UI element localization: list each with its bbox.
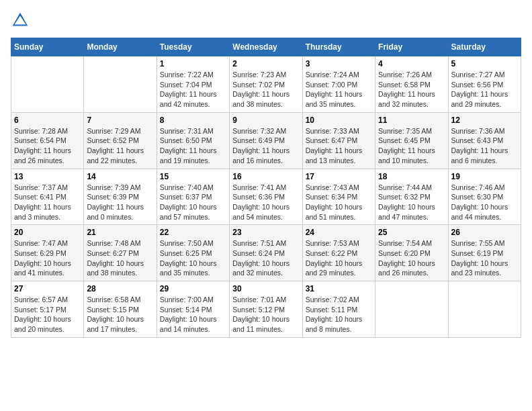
day-info: Sunrise: 7:32 AMSunset: 6:49 PMDaylight:… xyxy=(232,126,299,166)
day-number: 20 xyxy=(14,228,81,237)
weekday-header: Tuesday xyxy=(157,38,229,56)
day-number: 7 xyxy=(87,116,153,125)
day-number: 14 xyxy=(87,172,153,181)
calendar-cell: 29Sunrise: 7:00 AMSunset: 5:14 PMDayligh… xyxy=(157,281,229,338)
calendar-week-row: 27Sunrise: 6:57 AMSunset: 5:17 PMDayligh… xyxy=(11,281,521,338)
day-number: 23 xyxy=(232,228,299,237)
day-number: 2 xyxy=(232,59,299,68)
weekday-header: Monday xyxy=(84,38,157,56)
day-number: 16 xyxy=(232,172,299,181)
day-info: Sunrise: 6:57 AMSunset: 5:17 PMDaylight:… xyxy=(14,295,81,334)
calendar-cell: 27Sunrise: 6:57 AMSunset: 5:17 PMDayligh… xyxy=(11,281,84,338)
calendar-cell: 2Sunrise: 7:23 AMSunset: 7:02 PMDaylight… xyxy=(230,56,302,113)
day-info: Sunrise: 7:02 AMSunset: 5:11 PMDaylight:… xyxy=(306,295,372,334)
day-info: Sunrise: 7:37 AMSunset: 6:41 PMDaylight:… xyxy=(14,183,81,222)
day-info: Sunrise: 7:27 AMSunset: 6:56 PMDaylight:… xyxy=(451,70,518,109)
calendar-cell: 22Sunrise: 7:50 AMSunset: 6:25 PMDayligh… xyxy=(157,225,229,281)
day-info: Sunrise: 7:46 AMSunset: 6:30 PMDaylight:… xyxy=(451,183,518,222)
calendar-cell: 13Sunrise: 7:37 AMSunset: 6:41 PMDayligh… xyxy=(11,169,84,225)
calendar-cell: 5Sunrise: 7:27 AMSunset: 6:56 PMDaylight… xyxy=(448,56,521,113)
day-number: 13 xyxy=(14,172,81,181)
calendar-cell: 24Sunrise: 7:53 AMSunset: 6:22 PMDayligh… xyxy=(302,225,375,281)
calendar-cell: 20Sunrise: 7:47 AMSunset: 6:29 PMDayligh… xyxy=(11,225,84,281)
day-number: 15 xyxy=(160,172,226,181)
calendar-cell xyxy=(375,281,448,338)
day-number: 11 xyxy=(378,116,445,125)
calendar-cell: 7Sunrise: 7:29 AMSunset: 6:52 PMDaylight… xyxy=(84,112,157,169)
day-number: 19 xyxy=(451,172,518,181)
day-number: 8 xyxy=(160,116,226,125)
calendar-cell: 28Sunrise: 6:58 AMSunset: 5:15 PMDayligh… xyxy=(84,281,157,338)
logo xyxy=(11,11,32,30)
day-number: 4 xyxy=(378,59,445,68)
day-number: 24 xyxy=(306,228,372,237)
day-number: 26 xyxy=(451,228,518,237)
day-number: 6 xyxy=(14,116,81,125)
calendar-cell: 23Sunrise: 7:51 AMSunset: 6:24 PMDayligh… xyxy=(230,225,302,281)
day-number: 9 xyxy=(232,116,299,125)
calendar-cell: 3Sunrise: 7:24 AMSunset: 7:00 PMDaylight… xyxy=(302,56,375,113)
calendar-cell: 18Sunrise: 7:44 AMSunset: 6:32 PMDayligh… xyxy=(375,169,448,225)
calendar-cell: 14Sunrise: 7:39 AMSunset: 6:39 PMDayligh… xyxy=(84,169,157,225)
calendar-cell xyxy=(84,56,157,113)
calendar-cell: 16Sunrise: 7:41 AMSunset: 6:36 PMDayligh… xyxy=(230,169,302,225)
day-info: Sunrise: 7:26 AMSunset: 6:58 PMDaylight:… xyxy=(378,70,445,109)
calendar-week-row: 6Sunrise: 7:28 AMSunset: 6:54 PMDaylight… xyxy=(11,112,521,169)
calendar-cell: 15Sunrise: 7:40 AMSunset: 6:37 PMDayligh… xyxy=(157,169,229,225)
day-number: 3 xyxy=(306,59,372,68)
day-number: 5 xyxy=(451,59,518,68)
day-info: Sunrise: 7:33 AMSunset: 6:47 PMDaylight:… xyxy=(306,126,372,166)
day-info: Sunrise: 7:47 AMSunset: 6:29 PMDaylight:… xyxy=(14,238,81,278)
calendar-cell: 9Sunrise: 7:32 AMSunset: 6:49 PMDaylight… xyxy=(230,112,302,169)
calendar-cell: 12Sunrise: 7:36 AMSunset: 6:43 PMDayligh… xyxy=(448,112,521,169)
calendar-cell: 26Sunrise: 7:55 AMSunset: 6:19 PMDayligh… xyxy=(448,225,521,281)
day-info: Sunrise: 7:51 AMSunset: 6:24 PMDaylight:… xyxy=(232,238,299,278)
day-number: 21 xyxy=(87,228,153,237)
calendar-cell: 1Sunrise: 7:22 AMSunset: 7:04 PMDaylight… xyxy=(157,56,229,113)
calendar-cell: 25Sunrise: 7:54 AMSunset: 6:20 PMDayligh… xyxy=(375,225,448,281)
day-info: Sunrise: 7:40 AMSunset: 6:37 PMDaylight:… xyxy=(160,183,226,222)
day-number: 1 xyxy=(160,59,226,68)
day-info: Sunrise: 7:50 AMSunset: 6:25 PMDaylight:… xyxy=(160,238,226,278)
weekday-header: Sunday xyxy=(11,38,84,56)
day-info: Sunrise: 7:35 AMSunset: 6:45 PMDaylight:… xyxy=(378,126,445,166)
weekday-header: Friday xyxy=(375,38,448,56)
day-number: 10 xyxy=(306,116,372,125)
day-info: Sunrise: 7:39 AMSunset: 6:39 PMDaylight:… xyxy=(87,183,153,222)
calendar-week-row: 1Sunrise: 7:22 AMSunset: 7:04 PMDaylight… xyxy=(11,56,521,113)
day-number: 27 xyxy=(14,284,81,293)
day-info: Sunrise: 7:28 AMSunset: 6:54 PMDaylight:… xyxy=(14,126,81,166)
weekday-header: Thursday xyxy=(302,38,375,56)
day-info: Sunrise: 7:55 AMSunset: 6:19 PMDaylight:… xyxy=(451,238,518,278)
day-info: Sunrise: 7:22 AMSunset: 7:04 PMDaylight:… xyxy=(160,70,226,109)
calendar-cell: 10Sunrise: 7:33 AMSunset: 6:47 PMDayligh… xyxy=(302,112,375,169)
day-number: 17 xyxy=(306,172,372,181)
day-info: Sunrise: 7:29 AMSunset: 6:52 PMDaylight:… xyxy=(87,126,153,166)
calendar-cell: 17Sunrise: 7:43 AMSunset: 6:34 PMDayligh… xyxy=(302,169,375,225)
page-header xyxy=(11,11,521,30)
day-info: Sunrise: 7:23 AMSunset: 7:02 PMDaylight:… xyxy=(232,70,299,109)
day-info: Sunrise: 7:54 AMSunset: 6:20 PMDaylight:… xyxy=(378,238,445,278)
day-number: 28 xyxy=(87,284,153,293)
day-info: Sunrise: 7:43 AMSunset: 6:34 PMDaylight:… xyxy=(306,183,372,222)
day-info: Sunrise: 7:48 AMSunset: 6:27 PMDaylight:… xyxy=(87,238,153,278)
weekday-header: Saturday xyxy=(448,38,521,56)
day-number: 31 xyxy=(306,284,372,293)
calendar-week-row: 13Sunrise: 7:37 AMSunset: 6:41 PMDayligh… xyxy=(11,169,521,225)
calendar-week-row: 20Sunrise: 7:47 AMSunset: 6:29 PMDayligh… xyxy=(11,225,521,281)
day-info: Sunrise: 7:44 AMSunset: 6:32 PMDaylight:… xyxy=(378,183,445,222)
day-info: Sunrise: 7:31 AMSunset: 6:50 PMDaylight:… xyxy=(160,126,226,166)
day-info: Sunrise: 7:00 AMSunset: 5:14 PMDaylight:… xyxy=(160,295,226,334)
calendar-cell: 4Sunrise: 7:26 AMSunset: 6:58 PMDaylight… xyxy=(375,56,448,113)
day-info: Sunrise: 6:58 AMSunset: 5:15 PMDaylight:… xyxy=(87,295,153,334)
calendar-cell: 21Sunrise: 7:48 AMSunset: 6:27 PMDayligh… xyxy=(84,225,157,281)
day-info: Sunrise: 7:01 AMSunset: 5:12 PMDaylight:… xyxy=(232,295,299,334)
calendar-cell xyxy=(448,281,521,338)
day-info: Sunrise: 7:53 AMSunset: 6:22 PMDaylight:… xyxy=(306,238,372,278)
day-number: 30 xyxy=(232,284,299,293)
calendar-cell: 11Sunrise: 7:35 AMSunset: 6:45 PMDayligh… xyxy=(375,112,448,169)
calendar-cell: 31Sunrise: 7:02 AMSunset: 5:11 PMDayligh… xyxy=(302,281,375,338)
day-number: 29 xyxy=(160,284,226,293)
calendar-cell: 8Sunrise: 7:31 AMSunset: 6:50 PMDaylight… xyxy=(157,112,229,169)
day-number: 22 xyxy=(160,228,226,237)
